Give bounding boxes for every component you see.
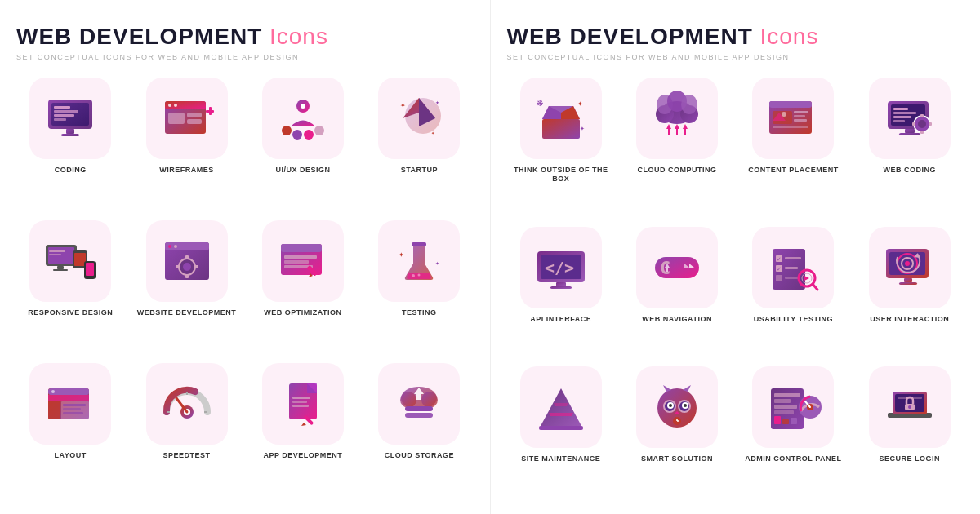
svg-rect-51 [284,255,317,259]
cloud-computing-label: CLOUD COMPUTING [638,166,717,175]
icon-circle-site-maintenance [520,366,602,448]
icon-item-user-interaction: USER INTERACTION [856,227,964,358]
icon-item-cloud-computing: CLOUD COMPUTING [623,78,731,219]
content-placement-label: CONTENT PLACEMENT [748,166,839,175]
think-outside-svg: ❋ ✦ ✦ [532,90,590,147]
svg-point-156 [905,261,910,266]
icon-item-usability: ✓ ✓ [739,227,847,358]
svg-rect-13 [187,113,202,117]
icon-item-think-outside: ❋ ✦ ✦ THINK OUTSIDE OF THE BOX [507,78,615,219]
svg-rect-120 [905,129,915,133]
right-header: WEB DEVELOPMENT Icons SET CONCEPTUAL ICO… [507,24,964,61]
coding-label: CODING [55,166,87,175]
content-placement-svg [764,90,822,147]
cloud-computing-svg [648,90,706,147]
svg-point-20 [304,130,314,140]
svg-rect-2 [54,106,70,109]
svg-text:✦: ✦ [431,131,434,135]
icon-circle-speedtest [146,363,228,445]
responsive-svg [42,233,99,290]
svg-text:✦: ✦ [435,261,439,266]
svg-point-123 [918,120,926,128]
svg-text:</>: </> [545,258,574,277]
svg-point-167 [669,404,672,407]
site-maintenance-label: SITE MAINTENANCE [521,454,600,464]
svg-text:✦: ✦ [399,251,404,259]
svg-rect-89 [542,119,580,139]
svg-rect-44 [185,274,189,278]
svg-rect-124 [920,114,924,117]
svg-marker-99 [666,124,671,129]
svg-marker-82 [301,423,306,426]
admin-panel-label: ADMIN CONTROL PANEL [745,454,841,464]
svg-rect-111 [794,115,805,117]
left-title-accent: Icons [270,24,328,49]
svg-rect-132 [550,286,572,289]
icon-item-app-dev: APP DEVELOPMENT [249,363,357,498]
svg-rect-66 [63,404,86,406]
svg-rect-32 [53,269,68,271]
svg-point-10 [168,104,172,107]
cloud-storage-label: CLOUD STORAGE [385,451,454,461]
website-dev-label: WEBSITE DEVELOPMENT [137,308,237,318]
svg-text:C: C [660,258,670,278]
svg-point-19 [292,130,302,140]
svg-line-150 [813,284,817,290]
svg-rect-40 [165,242,209,250]
user-interaction-svg [881,239,938,296]
icon-circle-app-dev [262,363,344,445]
wireframes-svg [158,90,216,147]
svg-rect-161 [539,426,583,430]
left-title: WEB DEVELOPMENT Icons [16,24,474,50]
right-panel: WEB DEVELOPMENT Icons SET CONCEPTUAL ICO… [491,0,981,514]
icon-circle-testing: ✦ ✦ [378,220,460,302]
icon-circle-cloud-computing [636,78,718,159]
svg-rect-36 [86,263,94,276]
svg-rect-119 [893,120,905,122]
right-title: WEB DEVELOPMENT Icons [507,24,964,50]
icon-circle-layout [29,363,111,445]
svg-rect-34 [74,253,86,266]
icon-circle-smart-solution [636,366,718,448]
svg-rect-43 [185,255,189,259]
icon-item-content-placement: CONTENT PLACEMENT [739,78,847,219]
svg-rect-112 [794,119,807,122]
svg-rect-86 [405,406,433,411]
web-opt-svg [274,233,332,290]
svg-rect-147 [785,277,800,279]
svg-text:❋: ❋ [537,99,543,108]
right-subtitle: SET CONCEPTUAL ICONS FOR WEB AND MOBILE … [507,53,964,61]
svg-text:✦: ✦ [580,126,585,131]
icon-circle-admin-panel [752,366,834,448]
user-interaction-label: USER INTERACTION [870,315,949,325]
svg-rect-179 [774,410,794,414]
svg-point-11 [174,104,177,107]
svg-rect-181 [782,419,789,424]
svg-point-190 [908,405,911,409]
svg-rect-50 [281,244,322,252]
svg-rect-63 [48,395,89,401]
admin-panel-svg [764,379,822,436]
site-maintenance-svg [532,379,590,436]
api-label: API INTERFACE [530,315,591,325]
svg-point-22 [301,104,305,109]
svg-text:✦: ✦ [435,100,439,105]
svg-rect-79 [292,401,307,403]
svg-rect-77 [307,383,317,393]
svg-rect-118 [893,116,911,118]
svg-rect-14 [187,119,202,124]
app-dev-label: APP DEVELOPMENT [264,451,343,461]
svg-rect-121 [899,133,920,135]
svg-rect-144 [776,275,782,281]
svg-rect-67 [63,408,81,410]
left-panel: WEB DEVELOPMENT Icons SET CONCEPTUAL ICO… [0,0,491,514]
svg-text:✓: ✓ [777,266,782,272]
svg-rect-116 [893,108,908,110]
svg-rect-12 [168,113,185,124]
secure-login-label: SECURE LOGIN [880,454,941,464]
svg-point-48 [174,245,177,248]
svg-point-18 [282,126,292,135]
icon-item-web-opt: WEB OPTIMIZATION [249,220,357,355]
svg-rect-78 [292,397,310,399]
icon-item-api: </> API INTERFACE [507,227,615,358]
